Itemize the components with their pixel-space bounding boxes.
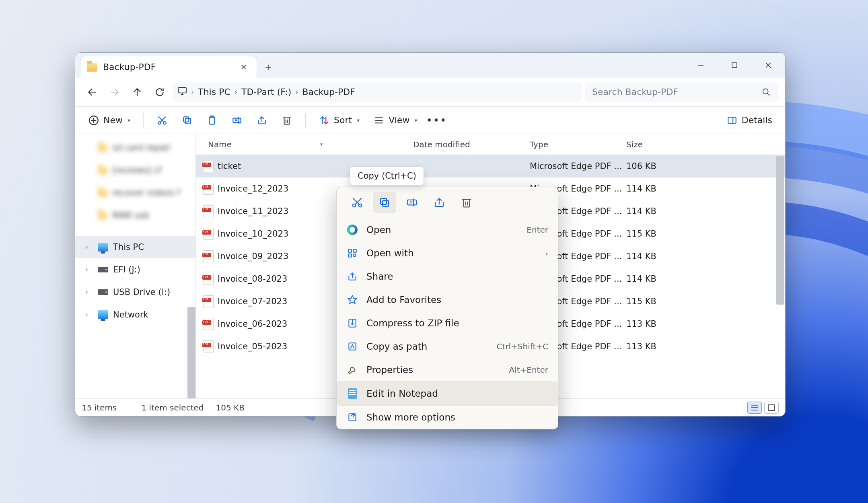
chevron-right-icon: › <box>545 249 548 258</box>
details-pane-button[interactable]: Details <box>721 111 778 129</box>
file-size: 114 KB <box>626 206 675 216</box>
column-date[interactable]: Date modified <box>413 140 530 149</box>
svg-rect-19 <box>185 118 191 124</box>
sort-icon <box>319 115 330 126</box>
thumbnails-view-toggle[interactable] <box>764 402 779 414</box>
svg-rect-34 <box>728 117 736 123</box>
sidebar-scrollbar[interactable] <box>187 307 195 398</box>
status-item-count: 15 items <box>82 403 117 412</box>
star-icon <box>346 295 358 305</box>
copy-button[interactable] <box>176 111 198 129</box>
status-selection-size: 105 KB <box>216 403 244 412</box>
ctx-open[interactable]: OpenEnter <box>337 218 558 241</box>
sidebar-item-this-pc[interactable]: ›This PC <box>75 236 195 258</box>
svg-rect-54 <box>348 254 352 257</box>
paste-button[interactable] <box>201 111 223 129</box>
ctx-open-with[interactable]: Open with› <box>337 241 558 265</box>
ctx-show-more[interactable]: Show more options <box>337 406 558 429</box>
chevron-right-icon: › <box>191 88 194 96</box>
refresh-button[interactable] <box>150 82 169 102</box>
file-size: 114 KB <box>626 274 675 284</box>
list-icon <box>373 115 385 126</box>
expand-icon <box>346 412 358 423</box>
svg-text:A: A <box>235 118 238 122</box>
ctx-share-button[interactable] <box>428 192 451 213</box>
tab-backup-pdf[interactable]: Backup-PDF ✕ <box>80 56 257 78</box>
sidebar-item-efi[interactable]: ›EFI (J:) <box>75 258 195 281</box>
ctx-zip[interactable]: Compress to ZIP file <box>337 311 558 335</box>
sort-indicator-icon: ▾ <box>320 141 323 147</box>
sort-button[interactable]: Sort ▾ <box>313 111 365 129</box>
svg-rect-45 <box>381 198 387 204</box>
share-button[interactable] <box>251 111 273 129</box>
file-size: 115 KB <box>626 229 675 239</box>
ctx-favorites[interactable]: Add to Favorites <box>337 288 558 311</box>
forward-button[interactable] <box>105 82 124 102</box>
share-icon <box>256 115 267 126</box>
pdf-icon <box>203 228 214 240</box>
ctx-copy-path[interactable]: Copy as pathCtrl+Shift+C <box>337 335 558 358</box>
svg-rect-1 <box>732 63 737 68</box>
up-button[interactable] <box>128 82 147 102</box>
folder-icon <box>98 166 107 174</box>
ctx-properties[interactable]: PropertiesAlt+Enter <box>337 358 558 381</box>
clipboard-icon <box>206 115 218 126</box>
svg-rect-39 <box>768 405 775 410</box>
view-button[interactable]: View ▾ <box>368 111 423 129</box>
file-row[interactable]: ticketMicrosoft Edge PDF ...106 KB <box>196 155 785 177</box>
file-size: 113 KB <box>626 342 675 351</box>
close-tab-button[interactable]: ✕ <box>237 61 250 74</box>
pdf-icon <box>203 160 214 172</box>
svg-rect-7 <box>178 88 186 93</box>
ctx-share[interactable]: Share <box>337 265 558 288</box>
navigation-pane: sd card repair [reviews] cf recover vide… <box>75 134 196 398</box>
chevron-right-icon: › <box>86 266 93 273</box>
breadcrumb-segment[interactable]: TD-Part (F:) <box>241 87 291 97</box>
sidebar-item[interactable]: recover videos f <box>75 181 195 204</box>
rename-button[interactable]: A <box>226 111 248 129</box>
details-label: Details <box>742 115 772 125</box>
view-label: View <box>389 115 409 125</box>
column-type[interactable]: Type <box>530 140 626 149</box>
pdf-icon <box>203 295 214 307</box>
sidebar-item[interactable]: RAW usb <box>75 204 195 227</box>
delete-button[interactable] <box>276 111 298 129</box>
copy-path-icon <box>346 341 358 352</box>
column-headers: Name▾ Date modified Type Size <box>196 134 785 155</box>
chevron-right-icon: › <box>86 289 93 296</box>
ctx-cut-button[interactable] <box>346 192 369 213</box>
sidebar-item[interactable]: [reviews] cf <box>75 159 195 181</box>
more-button[interactable]: ••• <box>425 111 448 129</box>
breadcrumb[interactable]: › This PC › TD-Part (F:) › Backup-PDF <box>173 82 582 102</box>
new-tab-button[interactable]: ＋ <box>257 56 280 78</box>
drive-icon <box>98 267 108 272</box>
breadcrumb-segment[interactable]: This PC <box>198 87 230 97</box>
file-list-scrollbar[interactable] <box>776 156 784 305</box>
maximize-button[interactable] <box>718 53 751 78</box>
context-menu: A OpenEnter Open with› Share Add to Favo… <box>336 187 558 429</box>
back-button[interactable] <box>82 82 102 102</box>
breadcrumb-segment[interactable]: Backup-PDF <box>302 87 355 97</box>
share-icon <box>346 271 358 282</box>
ctx-copy-button[interactable] <box>373 192 396 213</box>
svg-marker-57 <box>348 295 357 304</box>
ctx-edit-notepad[interactable]: Edit in Notepad <box>337 382 558 405</box>
pdf-icon <box>203 273 214 285</box>
ctx-rename-button[interactable]: A <box>400 192 424 213</box>
search-input[interactable]: Search Backup-PDF <box>585 82 778 102</box>
sidebar-item-usb[interactable]: ›USB Drive (I:) <box>75 281 195 303</box>
new-button[interactable]: New ▾ <box>82 111 136 129</box>
minimize-button[interactable] <box>684 53 718 78</box>
rename-icon: A <box>231 115 243 126</box>
details-view-toggle[interactable] <box>747 402 762 414</box>
ctx-delete-button[interactable] <box>455 192 478 213</box>
column-name[interactable]: Name <box>208 140 232 149</box>
zip-icon <box>346 318 358 328</box>
column-size[interactable]: Size <box>626 140 785 149</box>
svg-rect-61 <box>349 343 356 350</box>
cut-button[interactable] <box>151 111 173 129</box>
sidebar-item-network[interactable]: ›Network <box>75 303 195 326</box>
sidebar-item[interactable]: sd card repair <box>75 136 195 159</box>
close-window-button[interactable] <box>751 53 785 78</box>
sort-label: Sort <box>334 115 352 125</box>
